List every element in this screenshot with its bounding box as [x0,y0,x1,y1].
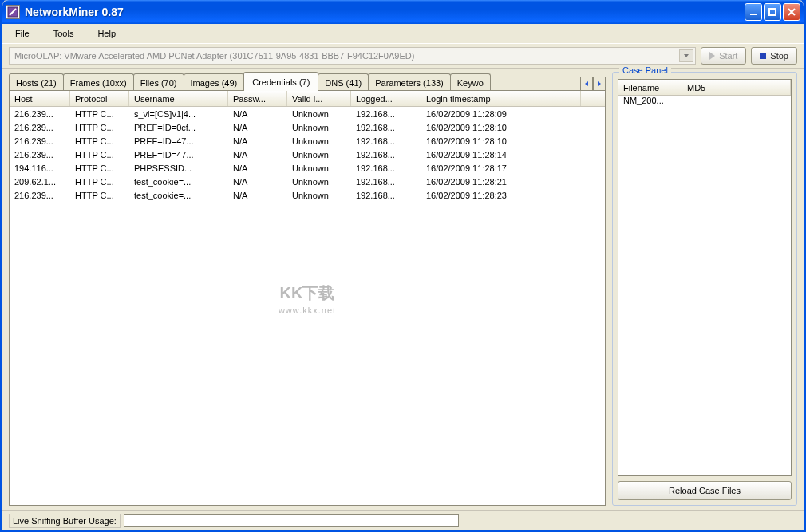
cell: test_cookie=... [129,177,228,187]
svg-rect-2 [769,9,776,15]
table-row[interactable]: 216.239...HTTP C...s_vi=[CS]v1|4...N/AUn… [10,107,605,120]
col-password[interactable]: Passw... [228,91,287,106]
status-label: Live Sniffing Buffer Usage: [9,514,121,528]
body: Hosts (21) Frames (10xx) Files (70) Imag… [2,69,804,510]
cell: Unknown [287,123,351,132]
cell: N/A [228,191,287,200]
cell: HTTP C... [70,123,129,132]
chevron-down-icon[interactable] [679,49,693,62]
tab-scroll [580,77,606,91]
cell: Unknown [287,177,351,187]
adapter-select[interactable]: MicroOLAP: VMware Accelerated AMD PCNet … [9,47,696,65]
cell: 216.239... [10,191,70,200]
cell: N/A [228,136,287,146]
col-host[interactable]: Host [10,91,70,106]
table-row[interactable]: 216.239...HTTP C...test_cookie=...N/AUnk… [10,188,605,202]
cell: 216.239... [10,150,70,160]
buffer-usage-bar [124,514,459,527]
table-row[interactable]: 216.239...HTTP C...PREF=ID=47...N/AUnkno… [10,134,605,148]
menu-file[interactable]: File [10,27,34,40]
tab-scroll-left[interactable] [580,77,593,91]
menubar: File Tools Help [2,24,804,43]
cell: 194.116... [10,164,70,173]
cell: HTTP C... [70,136,129,146]
tab-hosts[interactable]: Hosts (21) [9,73,64,91]
list-item[interactable]: NM_200... [618,96,791,109]
cell: 16/02/2009 11:28:17 [421,164,581,173]
cell: 16/02/2009 11:28:10 [421,123,581,132]
case-body[interactable]: NM_200... [618,96,791,475]
case-panel: Case Panel Filename MD5 NM_200... Reload… [612,72,797,506]
cell: N/A [228,123,287,132]
case-panel-title: Case Panel [619,65,671,75]
tab-dns[interactable]: DNS (41) [318,73,369,91]
cell: 216.239... [10,109,70,119]
stop-label: Stop [770,51,788,61]
tab-images[interactable]: Images (49) [184,73,245,91]
svg-rect-1 [750,14,757,15]
tab-files[interactable]: Files (70) [133,73,184,91]
menu-tools[interactable]: Tools [49,27,79,40]
close-button[interactable] [783,3,800,21]
titlebar[interactable]: NetworkMiner 0.87 [2,0,804,24]
start-button[interactable]: Start [701,47,746,65]
side-pane: Case Panel Filename MD5 NM_200... Reload… [612,72,797,506]
cell: Unknown [287,191,351,200]
col-protocol[interactable]: Protocol [70,91,129,106]
statusbar: Live Sniffing Buffer Usage: [2,510,804,530]
cell: NM_200... [618,96,682,109]
cell: 192.168... [351,164,421,173]
cell: test_cookie=... [129,191,228,200]
cell: Unknown [287,136,351,146]
cell: 16/02/2009 11:28:23 [421,191,581,200]
col-filename[interactable]: Filename [618,80,682,95]
tab-parameters[interactable]: Parameters (133) [368,73,451,91]
toolbar: MicroOLAP: VMware Accelerated AMD PCNet … [2,43,804,69]
table-row[interactable]: 216.239...HTTP C...PREF=ID=47...N/AUnkno… [10,148,605,161]
credentials-body[interactable]: 216.239...HTTP C...s_vi=[CS]v1|4...N/AUn… [10,107,605,505]
tab-frames[interactable]: Frames (10xx) [63,73,134,91]
col-logged[interactable]: Logged... [351,91,421,106]
cell: 192.168... [351,136,421,146]
col-username[interactable]: Username [129,91,228,106]
col-md5[interactable]: MD5 [682,80,791,95]
table-row[interactable]: 216.239...HTTP C...PREF=ID=0cf...N/AUnkn… [10,120,605,134]
minimize-button[interactable] [745,3,762,21]
table-row[interactable]: 194.116...HTTP C...PHPSESSID...N/AUnknow… [10,161,605,175]
main-pane: Hosts (21) Frames (10xx) Files (70) Imag… [9,72,606,506]
cell: N/A [228,109,287,119]
cell: 192.168... [351,177,421,187]
cell: N/A [228,164,287,173]
tab-keywords[interactable]: Keywo [450,73,491,91]
maximize-button[interactable] [764,3,781,21]
app-icon [6,5,20,19]
cell: 192.168... [351,191,421,200]
menu-help[interactable]: Help [93,27,121,40]
cell: Unknown [287,109,351,119]
col-valid[interactable]: Valid l... [287,91,351,106]
start-label: Start [719,51,737,61]
cell: N/A [228,150,287,160]
window-title: NetworkMiner 0.87 [25,6,745,18]
cell: 16/02/2009 11:28:21 [421,177,581,187]
credentials-header: Host Protocol Username Passw... Valid l.… [10,91,605,107]
reload-case-files-button[interactable]: Reload Case Files [618,481,792,500]
cell: PHPSESSID... [129,164,228,173]
cell: 16/02/2009 11:28:10 [421,136,581,146]
cell: N/A [228,177,287,187]
cell: Unknown [287,164,351,173]
cell: 192.168... [351,109,421,119]
cell: 16/02/2009 11:28:09 [421,109,581,119]
case-list: Filename MD5 NM_200... [618,79,792,476]
col-timestamp[interactable]: Login timestamp [421,91,581,106]
tab-credentials[interactable]: Credentials (7) [243,72,318,91]
cell: HTTP C... [70,150,129,160]
cell: 216.239... [10,123,70,132]
stop-button[interactable]: Stop [751,47,797,65]
stop-icon [760,53,766,59]
cell: 216.239... [10,136,70,146]
cell: HTTP C... [70,109,129,119]
table-row[interactable]: 209.62.1...HTTP C...test_cookie=...N/AUn… [10,175,605,188]
tab-scroll-right[interactable] [593,77,606,91]
cell: PREF=ID=47... [129,136,228,146]
